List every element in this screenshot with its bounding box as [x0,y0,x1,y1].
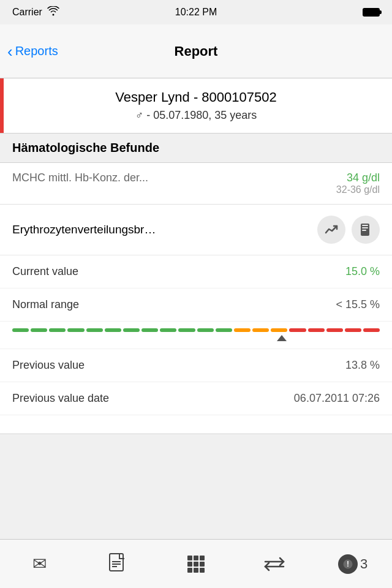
dash-green-10 [178,328,195,332]
dash-green-12 [216,328,232,332]
alert-icon: ! [342,559,353,570]
mchc-row[interactable]: MCHC mittl. Hb-Konz. der... 34 g/dl 32-3… [0,163,392,205]
back-arrow-icon: ‹ [7,43,13,59]
patient-header: Vesper Lynd - 8000107502 ♂ - 05.07.1980,… [0,78,392,134]
progress-section [0,322,392,349]
normal-range-value: < 15.5 % [336,298,380,311]
previous-value-row: Previous value 13.8 % [0,349,392,382]
dash-orange-3 [271,328,287,332]
previous-value-date: 06.07.2011 07:26 [294,392,380,405]
svg-rect-15 [194,568,198,573]
section-header: Hämatologische Befunde [0,134,392,163]
svg-rect-1 [362,225,368,226]
toolbar: ✉ [0,539,392,588]
grid-icon [187,555,205,573]
wifi-icon [47,6,59,18]
svg-rect-3 [362,230,366,231]
detail-card: Erythrozytenverteilungsbr… Current value… [0,205,392,434]
dash-green-4 [67,328,84,332]
back-label: Reports [15,44,58,58]
mchc-label: MCHC mittl. Hb-Konz. der... [12,172,336,184]
previous-value-date-row: Previous value date 06.07.2011 07:26 [0,382,392,415]
svg-rect-8 [187,556,192,560]
svg-rect-2 [362,227,368,228]
dash-red-1 [289,328,306,332]
mchc-range: 32-36 g/dl [336,184,380,195]
previous-value-date-label: Previous value date [12,392,109,405]
svg-rect-10 [200,556,205,560]
alert-circle: ! [338,554,358,574]
current-value: 15.0 % [345,265,380,278]
svg-text:!: ! [347,559,349,568]
current-value-row: Current value 15.0 % [0,255,392,288]
value-marker [277,335,287,341]
dash-green-9 [160,328,176,332]
dash-orange-1 [234,328,251,332]
dash-green-5 [86,328,103,332]
mchc-value: 34 g/dl [336,172,380,184]
detail-header: Erythrozytenverteilungsbr… [0,205,392,255]
previous-value-label: Previous value [12,359,85,372]
detail-name: Erythrozytenverteilungsbr… [12,223,208,236]
dash-red-2 [308,328,325,332]
svg-rect-14 [187,568,192,573]
nav-bar: ‹ Reports Report [0,24,392,78]
mchc-values: 34 g/dl 32-36 g/dl [336,172,380,195]
pdf-button[interactable] [96,546,139,582]
pdf-icon [108,553,127,575]
book-button[interactable] [352,216,380,244]
current-value-label: Current value [12,265,78,278]
detail-icons [317,216,380,244]
mail-icon: ✉ [32,554,47,574]
patient-dob: - 05.07.1980, 35 years [146,109,257,121]
dash-green-8 [141,328,158,332]
dash-green-7 [123,328,140,332]
status-bar-left: Carrier [12,6,59,18]
dash-green-11 [197,328,214,332]
dash-green-2 [31,328,47,332]
alert-button[interactable]: ! 3 [331,546,374,582]
normal-range-row: Normal range < 15.5 % [0,288,392,322]
alert-badge-container: ! 3 [338,554,368,574]
svg-rect-9 [194,556,198,560]
dash-green-6 [105,328,121,332]
section-title: Hämatologische Befunde [12,141,159,154]
status-time: 10:22 PM [175,7,217,18]
page-title: Report [175,43,218,59]
battery-icon [363,8,380,17]
spacer [0,415,392,434]
patient-accent-bar [0,78,4,133]
dash-green-1 [12,328,29,332]
normal-range-label: Normal range [12,298,79,311]
dash-orange-2 [252,328,269,332]
grid-button[interactable] [175,546,217,582]
svg-rect-11 [187,562,192,567]
status-bar: Carrier 10:22 PM [0,0,392,24]
trend-chart-button[interactable] [317,216,345,244]
progress-track [12,328,380,333]
svg-rect-12 [194,562,198,567]
marker-row [12,335,380,345]
svg-rect-13 [200,562,205,567]
previous-value: 13.8 % [345,359,380,372]
svg-rect-16 [200,568,205,573]
dash-green-3 [49,328,66,332]
back-button[interactable]: ‹ Reports [7,43,58,59]
transfer-icon [264,557,285,571]
dash-red-5 [363,328,380,332]
alert-count: 3 [360,556,368,572]
mail-button[interactable]: ✉ [18,546,61,582]
patient-name: Vesper Lynd - 8000107502 [12,89,380,105]
dash-red-4 [345,328,361,332]
dash-red-3 [326,328,343,332]
carrier-label: Carrier [12,7,42,18]
transfer-button[interactable] [253,546,296,582]
patient-info: ♂ - 05.07.1980, 35 years [12,109,380,122]
gender-icon: ♂ [135,109,144,121]
status-bar-right [363,8,380,17]
